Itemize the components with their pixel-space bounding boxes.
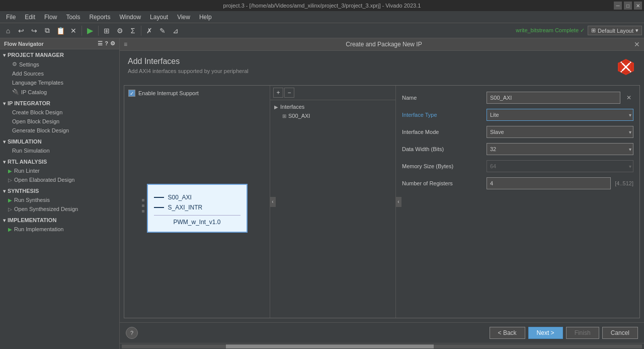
help-button[interactable]: ? — [126, 327, 138, 339]
toolbar-constraints[interactable]: ⊞ — [101, 25, 113, 37]
nav-language-templates[interactable]: Language Templates — [0, 78, 119, 87]
nav-run-simulation[interactable]: Run Simulation — [0, 146, 119, 155]
nav-section-simulation: ▾ SIMULATION Run Simulation — [0, 136, 119, 156]
nav-add-sources[interactable]: Add Sources — [0, 69, 119, 78]
menu-edit[interactable]: Edit — [21, 13, 39, 22]
interface-type-select[interactable]: Lite Full Stream — [487, 109, 633, 121]
left-panel: ✓ Enable Interrupt Support — [124, 86, 270, 318]
enable-interrupt-checkbox[interactable]: ✓ — [128, 90, 135, 97]
toolbar-debug1[interactable]: ✗ — [143, 25, 155, 37]
left-panel-collapse[interactable]: ‹ — [270, 197, 276, 207]
interface-mode-select-wrapper: Slave Master ▾ — [487, 126, 633, 138]
rtl-analysis-header[interactable]: ▾ RTL ANALYSIS — [0, 157, 119, 166]
synthesis-header[interactable]: ▾ SYNTHESIS — [0, 186, 119, 195]
data-width-row: Data Width (Bits) 32 64 128 256 ▾ — [402, 143, 633, 155]
menu-help[interactable]: Help — [195, 13, 216, 22]
ip-integrator-header[interactable]: ▾ IP INTEGRATOR — [0, 99, 119, 108]
nav-section-project-manager: ▾ PROJECT MANAGER ⚙ Settings Add Sources… — [0, 49, 119, 98]
dialog-create-package-ip: ≡ Create and Package New IP ✕ Add Interf… — [120, 38, 644, 349]
remove-interface-button[interactable]: − — [284, 88, 294, 98]
interface-type-label: Interface Type — [402, 112, 482, 118]
nav-run-implementation[interactable]: ▶ Run Implementation — [0, 225, 119, 234]
toolbar-close[interactable]: ✕ — [67, 25, 79, 37]
nav-settings[interactable]: ⚙ Settings — [0, 59, 119, 69]
nav-run-linter[interactable]: ▶ Run Linter — [0, 166, 119, 175]
middle-toolbar: + − — [270, 86, 395, 100]
menu-file[interactable]: File — [2, 13, 20, 22]
flow-navigator: Flow Navigator ☰ ? ⚙ ▾ PROJECT MANAGER ⚙… — [0, 38, 120, 349]
nav-open-synthesized-design[interactable]: ▷ Open Synthesized Design — [0, 204, 119, 214]
nav-open-block-design[interactable]: Open Block Design — [0, 117, 119, 126]
close-window-button[interactable]: ✕ — [634, 2, 642, 10]
toolbar-copy[interactable]: ⧉ — [41, 25, 53, 37]
memory-size-row: Memory Size (Bytes) 64 ▾ — [402, 160, 633, 172]
tree-s00-axi[interactable]: ⊞ S00_AXI — [270, 111, 395, 120]
flow-nav-header: Flow Navigator ☰ ? ⚙ — [0, 38, 119, 49]
window-controls: ─ □ ✕ — [614, 2, 642, 10]
memory-size-select-wrapper: 64 ▾ — [487, 160, 633, 172]
nav-open-elaborated-design[interactable]: ▷ Open Elaborated Design — [0, 175, 119, 184]
nav-create-block-design[interactable]: Create Block Design — [0, 108, 119, 117]
add-interface-button[interactable]: + — [273, 88, 283, 98]
toolbar-debug3[interactable]: ⊿ — [170, 25, 182, 37]
middle-panel-collapse[interactable]: ‹ — [395, 197, 401, 207]
num-registers-input[interactable] — [487, 177, 611, 189]
menu-window[interactable]: Window — [115, 13, 145, 22]
toolbar-undo[interactable]: ↩ — [15, 25, 27, 37]
num-registers-row: Number of Registers [4..512] — [402, 177, 633, 189]
menu-layout[interactable]: Layout — [146, 13, 172, 22]
xilinx-logo-svg — [617, 58, 635, 76]
toolbar-separator-3 — [141, 26, 141, 36]
main-layout: Flow Navigator ☰ ? ⚙ ▾ PROJECT MANAGER ⚙… — [0, 38, 644, 349]
dialog-titlebar: ≡ Create and Package New IP ✕ — [120, 38, 644, 51]
memory-size-label: Memory Size (Bytes) — [402, 163, 482, 169]
menu-reports[interactable]: Reports — [85, 13, 114, 22]
toolbar-home[interactable]: ⌂ — [2, 25, 14, 37]
layout-selector[interactable]: ⊞ Default Layout ▾ — [588, 26, 642, 35]
horizontal-scrollbar[interactable] — [122, 344, 642, 348]
minimize-button[interactable]: ─ — [614, 2, 622, 10]
back-button[interactable]: < Back — [490, 327, 525, 339]
title-bar: project.3 - [/home/ab/Videos/amd_xilinx/… — [0, 0, 644, 11]
horizontal-scrollbar-thumb[interactable] — [226, 344, 434, 348]
name-input[interactable] — [487, 92, 620, 104]
toolbar-run[interactable]: ▶ — [84, 25, 96, 37]
xilinx-logo — [616, 57, 636, 77]
interface-type-select-wrapper: Lite Full Stream ▾ — [487, 109, 633, 121]
finish-button[interactable]: Finish — [566, 327, 599, 339]
dialog-close-button[interactable]: ✕ — [634, 40, 640, 48]
toolbar-right: write_bitstream Complete ✓ ⊞ Default Lay… — [516, 26, 642, 35]
name-clear-button[interactable]: ✕ — [624, 94, 633, 101]
ip-block-container: S00_AXI S_AXI_INTR PWM_w_Int_v1.0 — [147, 184, 248, 233]
cancel-button[interactable]: Cancel — [602, 327, 638, 339]
toolbar-redo[interactable]: ↪ — [28, 25, 40, 37]
toolbar-debug2[interactable]: ✎ — [156, 25, 169, 37]
menu-flow[interactable]: Flow — [40, 13, 61, 22]
right-panel: Name ✕ Interface Type Lite Full — [396, 86, 639, 318]
implementation-header[interactable]: ▾ IMPLEMENTATION — [0, 216, 119, 225]
interface-mode-select[interactable]: Slave Master — [487, 126, 633, 138]
nav-ip-catalog[interactable]: 🔌 IP Catalog — [0, 87, 119, 97]
simulation-header[interactable]: ▾ SIMULATION — [0, 137, 119, 146]
dialog-footer: ? < Back Next > Finish Cancel — [120, 322, 644, 343]
toolbar-paste[interactable]: 📋 — [54, 25, 66, 37]
content-area: ≡ Create and Package New IP ✕ Add Interf… — [120, 38, 644, 349]
menu-view[interactable]: View — [173, 13, 194, 22]
nav-generate-block-design[interactable]: Generate Block Design — [0, 126, 119, 135]
ip-block-ports: S00_AXI S_AXI_INTR — [154, 194, 240, 211]
project-manager-header[interactable]: ▾ PROJECT MANAGER — [0, 50, 119, 59]
maximize-button[interactable]: □ — [624, 2, 632, 10]
toolbar-sigma[interactable]: Σ — [127, 25, 139, 37]
toolbar-settings2[interactable]: ⚙ — [114, 25, 126, 37]
memory-size-select[interactable]: 64 — [487, 160, 633, 172]
ip-port-s-axi-intr: S_AXI_INTR — [154, 204, 240, 211]
next-button[interactable]: Next > — [528, 327, 563, 339]
menu-tools[interactable]: Tools — [62, 13, 84, 22]
nav-run-synthesis[interactable]: ▶ Run Synthesis — [0, 195, 119, 204]
nav-section-rtl-analysis: ▾ RTL ANALYSIS ▶ Run Linter ▷ Open Elabo… — [0, 156, 119, 185]
nav-section-ip-integrator: ▾ IP INTEGRATOR Create Block Design Open… — [0, 98, 119, 136]
data-width-select[interactable]: 32 64 128 256 — [487, 143, 633, 155]
write-bitstream-status: write_bitstream Complete ✓ — [516, 27, 585, 34]
tree-interfaces-header[interactable]: ▶ Interfaces — [270, 102, 395, 111]
port-dots-left — [142, 199, 144, 213]
